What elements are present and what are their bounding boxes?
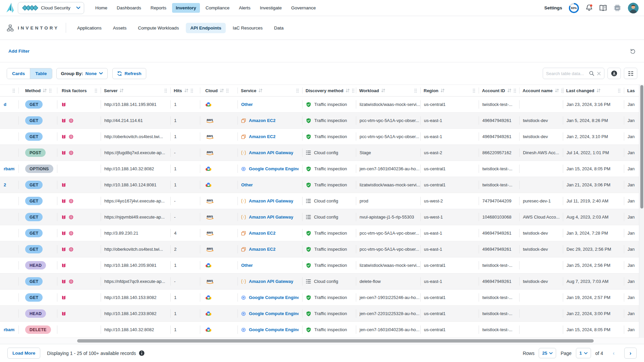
endpoint-link-cell[interactable]: rbamlv (0, 161, 18, 177)
add-filter-button[interactable]: Add Filter (8, 49, 30, 54)
table-row[interactable]: GEThttp://10.188.140.153:80821Google Com… (0, 290, 644, 306)
column-settings-button[interactable] (624, 68, 637, 79)
column-header-hits[interactable]: Hits (170, 85, 200, 96)
nav-item-home[interactable]: Home (92, 3, 111, 13)
table-row[interactable]: GEThttps://nfdpxt7qc9.execute-ap...-awsA… (0, 274, 644, 290)
table-row[interactable]: GEThttp://3.89.230.214awsAmazon EC2Traff… (0, 225, 644, 241)
rows-per-page-select[interactable]: 25 (539, 348, 556, 358)
endpoint-link-cell[interactable] (0, 129, 18, 144)
service-link[interactable]: Google Compute Engine (249, 166, 299, 171)
refresh-button[interactable]: Refresh (112, 68, 146, 79)
service-link[interactable]: Amazon API Gateway (249, 215, 293, 220)
drag-handle-icon[interactable] (191, 88, 193, 93)
column-header-region[interactable]: Region (420, 85, 479, 96)
column-header-account-id[interactable]: Account ID (479, 85, 519, 96)
drag-handle-icon[interactable] (414, 88, 417, 93)
drag-handle-icon[interactable] (49, 88, 52, 93)
search-input[interactable] (546, 71, 587, 76)
drag-handle-icon[interactable] (164, 88, 167, 93)
load-more-button[interactable]: Load More (7, 348, 40, 359)
tab-applications[interactable]: Applications (73, 23, 106, 33)
service-link[interactable]: Amazon EC2 (249, 247, 275, 252)
previous-page-button[interactable]: ‹ (607, 348, 620, 359)
drag-handle-icon[interactable] (12, 88, 15, 93)
tab-data[interactable]: Data (270, 23, 288, 33)
drag-handle-icon[interactable] (296, 88, 299, 93)
table-row[interactable]: GEThttp://44.214.114.611awsAmazon EC2Tra… (0, 113, 644, 129)
tab-compute-workloads[interactable]: Compute Workloads (133, 23, 183, 33)
column-header-risk-factors[interactable]: Risk factors (57, 85, 101, 96)
endpoint-link[interactable]: rbamlv (4, 327, 15, 332)
table-view-button[interactable]: Table (30, 68, 52, 79)
column-header-last-changed[interactable]: Last changed (563, 85, 624, 96)
cards-view-button[interactable]: Cards (7, 68, 30, 79)
horizontal-scrollbar-thumb[interactable] (77, 339, 594, 343)
service-link[interactable]: Google Compute Engine (249, 295, 299, 300)
service-link[interactable]: Google Compute Engine (249, 311, 299, 316)
group-by-button[interactable]: Group By: None (56, 68, 108, 79)
search-icon[interactable] (589, 71, 594, 76)
service-link[interactable]: Amazon API Gateway (249, 198, 293, 203)
endpoint-link-cell[interactable]: 2 (0, 177, 18, 193)
endpoint-link-cell[interactable] (0, 306, 18, 321)
endpoint-link-cell[interactable]: d (0, 97, 18, 112)
endpoint-link[interactable]: d (4, 102, 6, 107)
settings-link[interactable]: Settings (544, 5, 562, 10)
usage-progress-ring[interactable]: 83% (569, 3, 579, 13)
table-row[interactable]: HEADhttp://10.188.140.205:80811OtherTraf… (0, 257, 644, 274)
drag-handle-icon[interactable] (95, 88, 97, 93)
column-header-service[interactable]: Service (237, 85, 302, 96)
service-link[interactable]: Amazon EC2 (249, 134, 275, 139)
tab-iac-resources[interactable]: IaC Resources (228, 23, 267, 33)
endpoint-link-cell[interactable] (0, 145, 18, 161)
nav-item-investigate[interactable]: Investigate (256, 3, 285, 13)
service-link[interactable]: Other (241, 263, 253, 268)
vertical-scrollbar[interactable] (639, 84, 644, 338)
endpoint-link[interactable]: rbamlv (4, 166, 15, 171)
prisma-cloud-logo-icon[interactable] (5, 2, 14, 13)
info-icon[interactable] (139, 350, 145, 356)
table-row[interactable]: rbamlvDELETEhttp://10.188.140.32:80821Go… (0, 322, 644, 338)
column-header-discovery-method[interactable]: Discovery method (302, 85, 356, 96)
endpoint-link-cell[interactable] (0, 290, 18, 305)
endpoint-link-cell[interactable] (0, 209, 18, 225)
drag-handle-icon[interactable] (473, 88, 475, 93)
endpoint-link-cell[interactable] (0, 274, 18, 289)
column-header-server[interactable]: Server (101, 85, 170, 96)
nav-item-inventory[interactable]: Inventory (172, 3, 200, 13)
service-link[interactable]: Google Compute Engine (249, 327, 299, 332)
nav-item-reports[interactable]: Reports (147, 3, 170, 13)
column-header-endpoint[interactable] (0, 85, 18, 96)
service-link[interactable]: Amazon EC2 (249, 231, 275, 236)
drag-handle-icon[interactable] (226, 88, 229, 93)
horizontal-scrollbar[interactable] (0, 338, 644, 344)
docs-book-icon[interactable] (599, 5, 607, 11)
endpoint-link-cell[interactable]: rbamlv (0, 322, 18, 338)
nav-item-alerts[interactable]: Alerts (235, 3, 254, 13)
clear-search-icon[interactable] (597, 71, 601, 76)
endpoint-link-cell[interactable] (0, 257, 18, 273)
column-header-last-clipped[interactable]: Las (624, 85, 637, 96)
next-page-button[interactable]: › (624, 348, 637, 359)
endpoint-link-cell[interactable] (0, 225, 18, 241)
endpoint-link-cell[interactable] (0, 193, 18, 209)
nav-item-dashboards[interactable]: Dashboards (113, 3, 145, 13)
service-link[interactable]: Other (241, 182, 253, 187)
service-link[interactable]: Amazon EC2 (249, 118, 275, 123)
nav-item-governance[interactable]: Governance (287, 3, 320, 13)
endpoint-link-cell[interactable] (0, 241, 18, 257)
reset-filters-icon[interactable] (630, 48, 636, 54)
table-row[interactable]: dGEThttp://10.188.141.195:80811OtherTraf… (0, 97, 644, 113)
table-row[interactable]: HEADhttp://10.188.140.233:80821Google Co… (0, 306, 644, 322)
service-link[interactable]: Other (241, 102, 253, 107)
tab-api-endpoints[interactable]: API Endpoints (186, 23, 225, 33)
notifications-bell-icon[interactable] (586, 4, 593, 12)
table-row[interactable]: GEThttp://oberkovitch.os4test.twi...1aws… (0, 129, 644, 145)
endpoint-link-cell[interactable] (0, 113, 18, 128)
drag-handle-icon[interactable] (352, 88, 355, 93)
table-row[interactable]: GEThttps://njqvmbii49.execute-ap...-awsA… (0, 209, 644, 225)
column-header-workload[interactable]: Workload (356, 85, 420, 96)
column-header-cloud[interactable]: Cloud (200, 85, 237, 96)
drag-handle-icon[interactable] (514, 88, 516, 93)
table-row[interactable]: rbamlvOPTIONShttp://10.188.140.32:80821G… (0, 161, 644, 177)
